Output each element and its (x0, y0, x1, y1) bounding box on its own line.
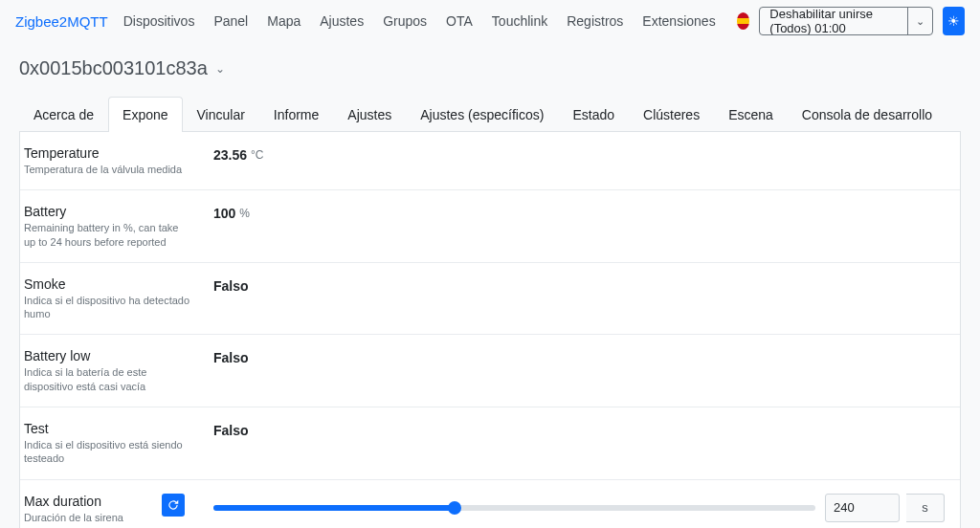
tab-consola-desarrollo[interactable]: Consola de desarrollo (788, 97, 947, 132)
chevron-down-icon: ⌄ (215, 62, 225, 76)
tab-acerca-de[interactable]: Acerca de (19, 97, 108, 132)
battery-unit: % (239, 207, 250, 220)
battery-low-description: Indica si la batería de este dispositivo… (24, 365, 190, 393)
language-flag-icon[interactable] (737, 12, 750, 30)
nav-dispositivos[interactable]: Dispositivos (116, 8, 203, 34)
row-max-duration: Max duration Duración de la sirena s (20, 480, 960, 528)
permit-join-dropdown[interactable]: Deshabilitar unirse (Todos) 01:00 ⌄ (759, 7, 933, 35)
row-battery-low: Battery low Indica si la batería de este… (20, 335, 960, 407)
tab-ajustes[interactable]: Ajustes (333, 97, 406, 132)
temperature-description: Temperatura de la válvula medida (24, 163, 190, 176)
battery-value: 100 (213, 206, 235, 221)
tab-vincular[interactable]: Vincular (183, 97, 259, 132)
row-test: Test Indica si el dispositivo está siend… (20, 407, 960, 480)
max-duration-refresh-button[interactable] (162, 494, 185, 517)
navbar: Zigbee2MQTT Dispositivos Panel Mapa Ajus… (0, 0, 980, 42)
device-id: 0x0015bc003101c83a (19, 57, 208, 79)
temperature-value: 23.56 (213, 147, 247, 163)
nav-touchlink[interactable]: Touchlink (484, 8, 555, 34)
test-label: Test (24, 421, 190, 436)
nav-mapa[interactable]: Mapa (259, 8, 308, 34)
nav-registros[interactable]: Registros (559, 8, 631, 34)
permit-join-label: Deshabilitar unirse (Todos) 01:00 (760, 8, 907, 34)
nav-extensiones[interactable]: Extensiones (635, 8, 723, 34)
smoke-description: Indica si el dispositivo ha detectado hu… (24, 294, 190, 321)
temperature-label: Temperature (24, 145, 190, 161)
device-title[interactable]: 0x0015bc003101c83a ⌄ (19, 57, 961, 79)
row-temperature: Temperature Temperatura de la válvula me… (20, 132, 960, 190)
row-smoke: Smoke Indica si el dispositivo ha detect… (20, 263, 960, 336)
tab-ajustes-especificos[interactable]: Ajustes (específicos) (406, 97, 558, 132)
tab-expone[interactable]: Expone (108, 97, 182, 132)
theme-toggle-button[interactable]: ☀ (943, 7, 965, 35)
device-tabs: Acerca de Expone Vincular Informe Ajuste… (19, 97, 961, 132)
slider-fill (213, 505, 455, 511)
smoke-value: Falso (213, 278, 249, 294)
tab-informe[interactable]: Informe (259, 97, 333, 132)
chevron-down-icon[interactable]: ⌄ (907, 8, 932, 34)
refresh-icon (167, 498, 180, 512)
nav-ajustes[interactable]: Ajustes (312, 8, 371, 34)
max-duration-description: Duración de la sirena (24, 511, 162, 524)
max-duration-slider[interactable] (213, 505, 815, 511)
sun-icon: ☀ (947, 13, 960, 29)
test-value: Falso (213, 423, 249, 438)
nav-panel[interactable]: Panel (206, 8, 256, 34)
temperature-unit: °C (251, 148, 263, 162)
max-duration-label: Max duration (24, 494, 162, 509)
max-duration-input[interactable] (825, 494, 900, 522)
battery-low-value: Falso (213, 350, 249, 365)
nav-ota[interactable]: OTA (438, 8, 480, 34)
test-description: Indica si el dispositivo está siendo tes… (24, 438, 190, 466)
row-battery: Battery Remaining battery in %, can take… (20, 190, 960, 263)
slider-thumb[interactable] (448, 501, 461, 515)
brand-link[interactable]: Zigbee2MQTT (15, 13, 112, 30)
max-duration-unit: s (906, 494, 945, 522)
battery-description: Remaining battery in %, can take up to 2… (24, 221, 190, 249)
battery-label: Battery (24, 204, 190, 219)
tab-clusteres[interactable]: Clústeres (629, 97, 714, 132)
tab-escena[interactable]: Escena (714, 97, 788, 132)
battery-low-label: Battery low (24, 348, 190, 363)
tab-estado[interactable]: Estado (558, 97, 629, 132)
nav-grupos[interactable]: Grupos (375, 8, 434, 34)
smoke-label: Smoke (24, 276, 190, 292)
expose-card: Temperature Temperatura de la válvula me… (19, 132, 961, 528)
